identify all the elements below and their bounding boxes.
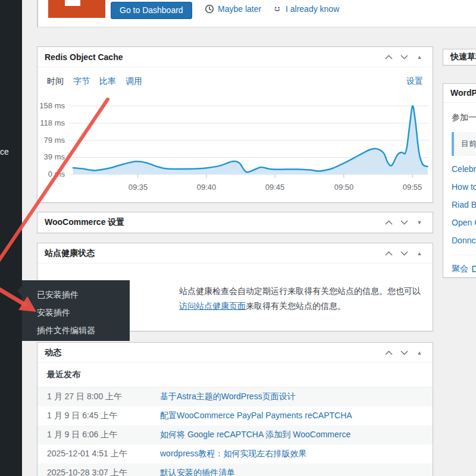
y-axis-tick: 39 ms [37, 152, 65, 162]
post-row: 1 月 9 日 6:45 上午 配置WooCommerce PayPal Pay… [37, 406, 433, 425]
news-link[interactable]: How to [452, 182, 476, 192]
woocommerce-settings-panel: WooCommerce 设置 ▼ [37, 212, 433, 233]
news-link[interactable]: Riad Be [452, 200, 476, 209]
move-up-icon[interactable] [383, 217, 394, 228]
recently-published-heading: 最近发布 [37, 363, 433, 387]
move-down-icon[interactable] [398, 347, 410, 359]
post-link[interactable]: 基于Astra主题的WordPress页面设计 [160, 392, 296, 402]
flyout-notch [17, 286, 22, 296]
post-link[interactable]: 配置WooCommerce PayPal Payments reCAPTCHA [160, 411, 352, 421]
y-axis-tick: 79 ms [37, 135, 65, 146]
health-panel-header: 站点健康状态 ▲ [37, 243, 433, 264]
tab-calls[interactable]: 调用 [126, 76, 142, 87]
quick-draft-panel: 快速草稿 [443, 49, 476, 65]
meetups-link[interactable]: 聚会 [452, 264, 468, 274]
events-notice: 目前您附近没有已安排的活动。 [452, 132, 476, 156]
collapse-toggle-icon[interactable]: ▲ [414, 51, 425, 63]
menu-item-add-plugin[interactable]: 安装插件 [22, 303, 130, 321]
recent-posts-list: 1 月 27 日 8:00 上午 基于Astra主题的WordPress页面设计… [37, 387, 433, 476]
move-down-icon[interactable] [398, 51, 410, 63]
post-date: 1 月 9 日 6:06 上午 [47, 430, 160, 440]
move-up-icon[interactable] [383, 347, 394, 359]
collapse-toggle-icon[interactable]: ▼ [414, 217, 425, 228]
plugin-logo-notch [65, 0, 80, 6]
x-axis-tick: 09:40 [197, 183, 217, 192]
site-health-page-link[interactable]: 访问站点健康页面 [179, 301, 246, 311]
latency-area-chart [69, 100, 429, 180]
menu-item-installed-plugins[interactable]: 已安装插件 [22, 286, 130, 303]
post-link[interactable]: 如何将 Google reCAPTCHA 添加到 WooCommerce [160, 430, 350, 440]
external-link-icon [472, 264, 476, 274]
move-down-icon[interactable] [398, 217, 410, 228]
post-row: 1 月 27 日 8:00 上午 基于Astra主题的WordPress页面设计 [37, 387, 433, 406]
health-panel-title: 站点健康状态 [45, 248, 383, 259]
x-axis-tick: 09:55 [403, 183, 422, 192]
activity-panel: 动态 ▲ 最近发布 1 月 27 日 8:00 上午 基于Astra主题的Wor… [37, 342, 433, 476]
woo-panel-title: WooCommerce 设置 [45, 217, 383, 228]
redis-panel-title: Redis Object Cache [45, 52, 383, 62]
activity-panel-header: 动态 ▲ [37, 343, 433, 363]
redis-latency-chart: 158 ms 118 ms 79 ms 39 ms 0 ms 09:35 09:… [37, 93, 433, 202]
post-row: 2025-10-28 3:07 上午 默认安装的插件清单 [37, 464, 433, 476]
redis-panel-header: Redis Object Cache ▲ [37, 47, 433, 67]
clock-icon [205, 4, 214, 14]
events-intro: 参加一个离您较近的即将举行的活动。 [452, 112, 476, 123]
x-axis-tick: 09:50 [334, 183, 354, 192]
plugin-logo [48, 0, 105, 18]
y-axis-tick: 118 ms [37, 118, 65, 129]
events-body: 参加一个离您较近的即将举行的活动。 目前您附近没有已安排的活动。 Celebra… [443, 103, 476, 274]
redis-tabs: 时间 字节 比率 调用 设置 [37, 67, 433, 93]
plugins-flyout-menu: 已安装插件 安装插件 插件文件编辑器 [22, 280, 130, 341]
post-date: 1 月 27 日 8:00 上午 [47, 392, 160, 402]
quick-draft-header: 快速草稿 [443, 49, 476, 65]
events-footer: 聚会 [452, 255, 476, 274]
menu-item-plugin-editor[interactable]: 插件文件编辑器 [22, 321, 130, 339]
maybe-later-link[interactable]: Maybe later [205, 4, 261, 14]
quick-draft-title: 快速草稿 [450, 52, 476, 62]
woo-panel-header: WooCommerce 设置 ▼ [37, 212, 433, 233]
news-link[interactable]: Open Ca [452, 218, 476, 227]
sidebar-menu-label-fragment[interactable]: ce [0, 147, 9, 156]
events-panel-header: WordPress 活动及新闻 [443, 84, 476, 103]
collapse-toggle-icon[interactable]: ▲ [414, 347, 425, 359]
move-down-icon[interactable] [398, 248, 410, 259]
tab-time[interactable]: 时间 [47, 76, 64, 87]
post-date: 1 月 9 日 6:45 上午 [47, 411, 160, 421]
collapse-toggle-icon[interactable]: ▲ [414, 248, 425, 259]
activity-panel-title: 动态 [45, 347, 383, 358]
y-axis-tick: 0 ms [37, 169, 65, 180]
post-row: 1 月 9 日 6:06 上午 如何将 Google reCAPTCHA 添加到… [37, 425, 433, 444]
health-description: 站点健康检查会自动定期运行来取得有关您站点的信息。您也可以访问站点健康页面来取得… [179, 284, 424, 314]
post-date: 2025-10-28 3:07 上午 [47, 468, 160, 476]
post-date: 2025-12-01 4:51 上午 [47, 449, 160, 459]
post-link[interactable]: 默认安装的插件清单 [160, 468, 235, 476]
tab-bytes[interactable]: 字节 [73, 76, 90, 87]
admin-sidebar: ce [0, 0, 22, 476]
smiley-icon [273, 4, 282, 14]
events-panel-title: WordPress 活动及新闻 [450, 88, 476, 99]
y-axis-tick: 158 ms [37, 101, 65, 111]
move-up-icon[interactable] [383, 51, 394, 63]
post-link[interactable]: wordpress教程：如何实现左右排版效果 [160, 449, 307, 459]
already-know-link[interactable]: I already know [273, 4, 339, 14]
tab-ratio[interactable]: 比率 [99, 76, 116, 87]
welcome-banner: Go to Dashboard Maybe later I already kn… [37, 0, 476, 27]
move-up-icon[interactable] [383, 248, 394, 259]
redis-settings-link[interactable]: 设置 [406, 76, 423, 87]
news-link[interactable]: Donncha [452, 236, 476, 245]
post-row: 2025-12-01 4:51 上午 wordpress教程：如何实现左右排版效… [37, 444, 433, 464]
go-to-dashboard-button[interactable]: Go to Dashboard [111, 2, 192, 19]
news-link[interactable]: Celebrate [452, 164, 476, 174]
x-axis-tick: 09:35 [129, 183, 148, 192]
redis-object-cache-panel: Redis Object Cache ▲ 时间 字节 比率 调用 设置 158 … [37, 46, 433, 203]
x-axis-tick: 09:45 [265, 183, 285, 192]
events-news-panel: WordPress 活动及新闻 参加一个离您较近的即将举行的活动。 目前您附近没… [443, 83, 476, 278]
